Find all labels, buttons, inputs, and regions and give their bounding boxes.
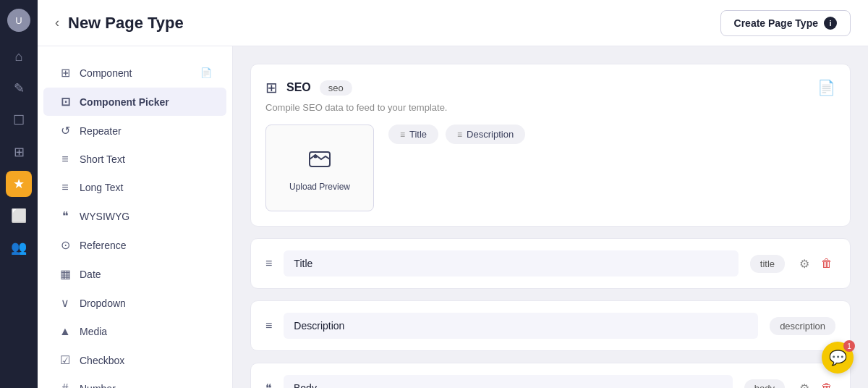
body-settings-button[interactable]: ⚙ bbox=[796, 379, 812, 389]
number-icon: # bbox=[58, 382, 72, 388]
description-field-card: ≡ description bbox=[250, 300, 851, 351]
sidebar-item-long-text[interactable]: ≡ Long Text bbox=[43, 174, 226, 201]
nav-grid-icon[interactable]: ⊞ bbox=[6, 139, 32, 165]
body-slug-badge: body bbox=[744, 379, 785, 389]
back-button[interactable]: ‹ bbox=[55, 15, 59, 30]
sidebar-item-label: Reference bbox=[80, 240, 127, 251]
seo-card-header: ⊞ SEO seo 📄 bbox=[265, 79, 835, 96]
svg-rect-0 bbox=[310, 152, 330, 166]
sidebar-item-label: Date bbox=[80, 269, 101, 280]
seo-card: ⊞ SEO seo 📄 Compile SEO data to feed to … bbox=[250, 64, 851, 227]
title-slug-badge: title bbox=[750, 255, 785, 273]
sidebar-item-label: Checkbox bbox=[80, 355, 124, 366]
component-doc-icon: 📄 bbox=[200, 67, 212, 78]
title-settings-button[interactable]: ⚙ bbox=[796, 254, 812, 274]
sidebar-item-media[interactable]: ▲ Media bbox=[43, 318, 226, 345]
media-icon: ▲ bbox=[58, 325, 72, 338]
chat-bubble[interactable]: 💬 1 bbox=[822, 342, 854, 374]
nav-page-icon[interactable]: ☐ bbox=[6, 107, 32, 133]
sidebar-item-label: WYSIWYG bbox=[80, 211, 129, 222]
sidebar-item-dropdown[interactable]: ∨ Dropdown bbox=[43, 289, 226, 317]
seo-badge: seo bbox=[320, 80, 352, 96]
upload-preview-label: Upload Preview bbox=[289, 182, 350, 192]
svg-point-1 bbox=[314, 154, 318, 158]
sidebar-item-label: Number bbox=[80, 383, 116, 388]
create-btn-label: Create Page Type bbox=[734, 17, 818, 29]
left-nav: U ⌂ ✎ ☐ ⊞ ★ ⬜ 👥 bbox=[0, 0, 38, 388]
sidebar-item-component-picker[interactable]: ⊡ Component Picker bbox=[43, 88, 226, 116]
seo-body: Upload Preview ≡ Title ≡ Description bbox=[265, 125, 835, 211]
title-field-actions: ⚙ 🗑 bbox=[796, 254, 835, 274]
long-text-icon: ≡ bbox=[58, 181, 72, 194]
body-field-card: ❝ body ⚙ 🗑 bbox=[250, 363, 851, 388]
sidebar-item-label: Component Picker bbox=[80, 96, 169, 108]
sidebar-item-label: Media bbox=[80, 326, 107, 337]
info-icon: i bbox=[824, 17, 837, 30]
sidebar-item-wysiwyg[interactable]: ❝ WYSIWYG bbox=[43, 202, 226, 230]
title-chip-label: Title bbox=[409, 129, 427, 140]
avatar[interactable]: U bbox=[7, 9, 30, 32]
upload-preview-box[interactable]: Upload Preview bbox=[265, 125, 374, 211]
description-chip[interactable]: ≡ Description bbox=[446, 125, 525, 144]
nav-star-icon[interactable]: ★ bbox=[6, 171, 32, 197]
dropdown-icon: ∨ bbox=[58, 296, 72, 310]
wysiwyg-icon: ❝ bbox=[58, 209, 72, 223]
seo-description: Compile SEO data to feed to your templat… bbox=[265, 102, 835, 113]
description-chip-label: Description bbox=[467, 129, 514, 140]
header-left: ‹ New Page Type bbox=[55, 14, 184, 33]
sidebar-item-label: Repeater bbox=[80, 125, 122, 137]
reference-icon: ⊙ bbox=[58, 238, 72, 252]
seo-chips: ≡ Title ≡ Description bbox=[388, 125, 525, 144]
sidebar-item-checkbox[interactable]: ☑ Checkbox bbox=[43, 346, 226, 374]
sidebar-item-component[interactable]: ⊞ Component 📄 bbox=[43, 59, 226, 87]
sidebar-item-reference[interactable]: ⊙ Reference bbox=[43, 231, 226, 259]
title-field-card: ≡ title ⚙ 🗑 bbox=[250, 238, 851, 289]
sidebar-item-label: Short Text bbox=[80, 153, 125, 165]
body-delete-button[interactable]: 🗑 bbox=[818, 379, 835, 388]
upload-icon bbox=[307, 145, 333, 176]
sidebar-item-repeater[interactable]: ↺ Repeater bbox=[43, 117, 226, 145]
body-area: ⊞ Component 📄 ⊡ Component Picker ↺ Repea… bbox=[38, 46, 868, 388]
component-picker-icon: ⊡ bbox=[58, 95, 72, 109]
seo-section-icon: ⊞ bbox=[265, 79, 278, 96]
checkbox-icon: ☑ bbox=[58, 353, 72, 367]
body-field-icon: ❝ bbox=[265, 381, 272, 389]
repeater-icon: ↺ bbox=[58, 124, 72, 138]
nav-users-icon[interactable]: 👥 bbox=[6, 235, 32, 261]
seo-doc-icon: 📄 bbox=[817, 79, 835, 96]
chat-icon: 💬 bbox=[829, 349, 847, 366]
sidebar: ⊞ Component 📄 ⊡ Component Picker ↺ Repea… bbox=[38, 46, 233, 388]
description-field-input[interactable] bbox=[284, 313, 758, 339]
header: ‹ New Page Type Create Page Type i bbox=[38, 0, 868, 46]
body-field-actions: ⚙ 🗑 bbox=[796, 379, 835, 389]
seo-title: SEO bbox=[286, 81, 311, 94]
title-delete-button[interactable]: 🗑 bbox=[818, 254, 835, 273]
create-page-type-button[interactable]: Create Page Type i bbox=[720, 10, 851, 36]
description-chip-icon: ≡ bbox=[457, 130, 462, 140]
sidebar-item-label: Long Text bbox=[80, 182, 123, 193]
sidebar-item-short-text[interactable]: ≡ Short Text bbox=[43, 146, 226, 173]
nav-blog-icon[interactable]: ✎ bbox=[6, 75, 32, 101]
main-content: ‹ New Page Type Create Page Type i ⊞ Com… bbox=[38, 0, 868, 388]
title-field-icon: ≡ bbox=[265, 257, 272, 270]
title-field-input[interactable] bbox=[284, 250, 738, 277]
title-chip[interactable]: ≡ Title bbox=[388, 125, 438, 144]
content-area: ⊞ SEO seo 📄 Compile SEO data to feed to … bbox=[233, 46, 868, 388]
nav-home-icon[interactable]: ⌂ bbox=[6, 43, 32, 69]
description-slug-badge: description bbox=[770, 317, 835, 335]
description-field-icon: ≡ bbox=[265, 319, 272, 332]
sidebar-item-label: Dropdown bbox=[80, 298, 126, 309]
sidebar-item-number[interactable]: # Number bbox=[43, 375, 226, 388]
sidebar-item-label: Component bbox=[80, 67, 132, 79]
sidebar-item-date[interactable]: ▦ Date bbox=[43, 260, 226, 288]
short-text-icon: ≡ bbox=[58, 153, 72, 166]
nav-image-icon[interactable]: ⬜ bbox=[6, 203, 32, 229]
page-title: New Page Type bbox=[68, 14, 184, 33]
body-field-input[interactable] bbox=[284, 375, 733, 388]
chat-badge: 1 bbox=[843, 340, 855, 352]
component-icon: ⊞ bbox=[58, 66, 72, 80]
seo-card-header-left: ⊞ SEO seo bbox=[265, 79, 352, 96]
title-chip-icon: ≡ bbox=[400, 130, 405, 140]
date-icon: ▦ bbox=[58, 267, 72, 281]
